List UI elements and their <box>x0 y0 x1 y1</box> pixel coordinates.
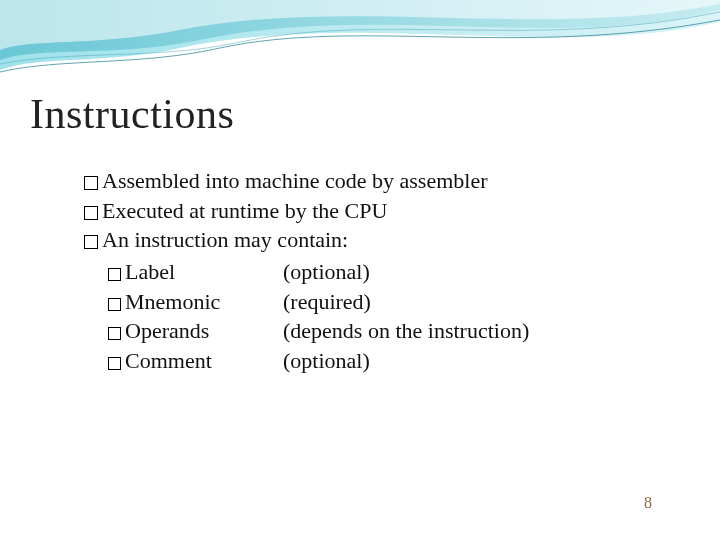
part-note: (optional) <box>283 257 690 287</box>
sub-bullet-item: Label (optional) <box>108 257 690 287</box>
bullet-text: Assembled into machine code by assembler <box>102 166 488 196</box>
sub-bullet-list: Label (optional) Mnemonic (required) Ope… <box>84 257 690 376</box>
square-bullet-icon <box>108 268 121 281</box>
square-bullet-icon <box>84 235 98 249</box>
slide: Instructions Assembled into machine code… <box>0 0 720 540</box>
page-number: 8 <box>644 494 652 512</box>
square-bullet-icon <box>108 327 121 340</box>
bullet-item: An instruction may contain: <box>84 225 690 255</box>
part-name: Mnemonic <box>125 287 283 317</box>
bullet-text: Executed at runtime by the CPU <box>102 196 387 226</box>
sub-bullet-item: Mnemonic (required) <box>108 287 690 317</box>
sub-bullet-item: Operands (depends on the instruction) <box>108 316 690 346</box>
bullet-item: Executed at runtime by the CPU <box>84 196 690 226</box>
part-note: (depends on the instruction) <box>283 316 690 346</box>
sub-bullet-item: Comment (optional) <box>108 346 690 376</box>
part-name: Label <box>125 257 283 287</box>
part-name: Comment <box>125 346 283 376</box>
square-bullet-icon <box>84 206 98 220</box>
part-note: (required) <box>283 287 690 317</box>
bullet-item: Assembled into machine code by assembler <box>84 166 690 196</box>
part-name: Operands <box>125 316 283 346</box>
square-bullet-icon <box>84 176 98 190</box>
bullet-list: Assembled into machine code by assembler… <box>30 166 690 376</box>
bullet-text: An instruction may contain: <box>102 225 348 255</box>
slide-title: Instructions <box>30 90 690 138</box>
part-note: (optional) <box>283 346 690 376</box>
square-bullet-icon <box>108 357 121 370</box>
square-bullet-icon <box>108 298 121 311</box>
